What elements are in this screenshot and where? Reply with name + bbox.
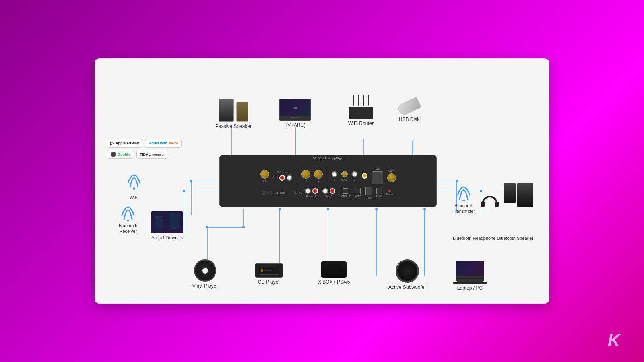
svg-point-23 [375,208,378,210]
watermark: K [608,331,620,350]
svg-point-29 [133,187,135,190]
active-subwoofer-device: Active Subwoofer [388,259,426,291]
laptop-device: Laptop / PC [453,261,487,292]
svg-point-24 [423,208,426,210]
airplay-badge: ▷ Apple AirPlay [107,139,142,148]
bluetooth-transmitter-device: BluetoothTransmitter [453,179,475,214]
smart-devices-device: Smart Devices [151,211,183,241]
amplifier-unit: CE FC ※ Made in China BT DC input R [219,155,437,207]
svg-point-19 [242,226,245,228]
tv-device: 📺 TV (ARC) [279,99,311,129]
bluetooth-output-label: Bluetooth Headphone Bluetooth Speaker [453,235,533,241]
svg-point-25 [190,180,192,182]
diagram-card: Passive Speaker 📺 TV (ARC) WiFi Router [95,58,549,304]
bluetooth-receiver-label: BluetoothReceiver [119,199,137,234]
xbox-device: X BOX / PS4/5 [318,261,350,286]
usb-disk-device: USB Disk [398,101,420,123]
svg-point-22 [327,208,329,210]
cd-player-device: CD Player [255,263,283,286]
bluetooth-output-devices [481,183,533,207]
svg-point-21 [279,208,281,210]
wifi-waves-left: WiFi [126,167,142,200]
svg-point-30 [127,220,129,221]
svg-point-26 [183,190,185,192]
svg-point-31 [462,200,465,201]
tidal-badge: TIDAL connect [136,150,168,159]
spotify-badge: ⚫ Spotify [107,150,134,159]
wifi-router-device: WiFi Router [348,95,374,127]
passive-speaker-device: Passive Speaker [215,99,252,130]
vinyl-player-device: Vinyl Player [192,259,218,290]
alexa-badge: works with alexa [145,139,182,148]
compatibility-badges: ▷ Apple AirPlay works with alexa ⚫ Spoti… [107,139,182,159]
svg-point-20 [206,226,208,228]
